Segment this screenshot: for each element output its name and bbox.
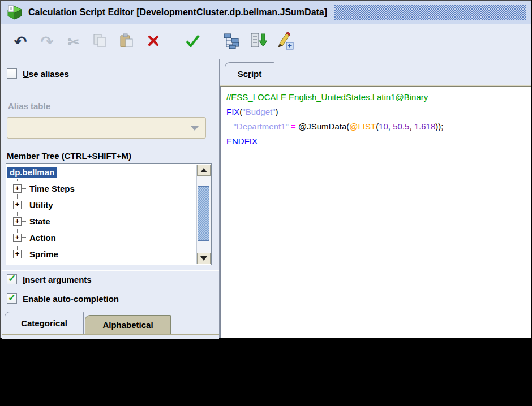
member-tree-button[interactable] [220,31,243,53]
code-line: "Department1" = @JSumData(@LIST(10, 50.5… [226,119,525,134]
toolbar-separator [173,34,173,49]
code-line: FIX("Budget") [226,105,525,119]
redo-icon: ↷ [41,34,54,50]
code-line: ENDFIX [226,134,525,149]
tree-node[interactable]: +Utility [6,197,196,213]
arrow-up-icon [200,168,207,172]
tab-categorical[interactable]: Categorical [5,312,84,334]
enable-auto-completion-label[interactable]: Enable auto-completion [23,294,119,304]
use-aliases-checkbox[interactable] [7,68,17,79]
window-title: Calculation Script Editor [DevelopmentCl… [28,7,327,18]
use-aliases-row: Use aliases [7,68,69,79]
expand-plus-icon[interactable]: + [13,217,22,226]
delete-x-icon [146,33,161,50]
tree-dash [22,205,27,205]
tree-node[interactable]: +Time Steps [6,180,196,197]
alias-table-label: Alias table [8,101,50,111]
tree-hierarchy-icon [223,32,240,51]
pencil-plus-icon [275,31,294,53]
copy-button[interactable] [89,31,111,53]
tree-node[interactable]: +State [6,213,196,230]
use-aliases-label[interactable]: Use aliases [23,69,69,79]
dropdown-arrow-icon [191,126,199,131]
insert-arguments-label[interactable]: Insert arguments [23,275,92,284]
insert-arguments-checkbox[interactable]: ✓ [7,274,17,284]
expand-plus-icon[interactable]: + [13,201,22,209]
function-tabs: Categorical Alphabetical [5,312,171,334]
validate-button[interactable] [181,31,204,53]
checkmark-icon [184,33,201,51]
tree-node-label: Time Steps [29,184,75,193]
redo-button[interactable]: ↷ [36,31,58,53]
insert-member-button[interactable] [247,31,269,53]
tree-node-label: State [29,217,50,226]
script-code: //ESS_LOCALE English_UnitedStates.Latin1… [221,87,531,152]
script-editor[interactable]: //ESS_LOCALE English_UnitedStates.Latin1… [220,86,531,338]
alias-table-select[interactable] [7,117,206,139]
paste-icon [119,33,135,51]
member-tree-label: Member Tree (CTRL+SHIFT+M) [7,151,131,161]
tree-node[interactable]: +Sprime [6,246,196,262]
edit-script-add-button[interactable] [273,31,296,53]
list-down-arrow-icon [249,32,267,51]
title-bar-pattern [334,5,526,20]
content-area: Use aliases Alias table Member Tree (CTR… [1,59,531,338]
scroll-up-button[interactable] [197,165,211,176]
tab-content-edge [2,334,219,339]
code-line: //ESS_LOCALE English_UnitedStates.Latin1… [226,90,525,105]
copy-icon [92,33,108,51]
scissors-icon: ✂ [68,35,80,49]
tree-dash [22,188,27,189]
member-tree[interactable]: dp.bellman+Time Steps+Utility+State+Acti… [6,163,212,265]
undo-button[interactable]: ↶ [9,31,32,53]
tree-dash [22,254,27,254]
paste-button[interactable] [115,31,138,53]
toolbar: ↶ ↷ ✂ [1,24,531,59]
script-panel: Script //ESS_LOCALE English_UnitedStates… [220,59,531,338]
tree-node-label: Utility [29,200,53,210]
tree-node-label: Action [29,233,56,243]
scrollbar-thumb[interactable] [198,186,209,241]
tree-node-root[interactable]: dp.bellman [7,167,57,178]
separator [2,270,219,271]
enable-auto-completion-checkbox[interactable]: ✓ [7,293,17,304]
expand-plus-icon[interactable]: + [13,184,22,193]
tree-dash [22,221,27,222]
tree-dash [22,237,27,238]
tab-alphabetical[interactable]: Alphabetical [85,315,171,334]
tree-node-label: Sprime [29,249,58,259]
essbase-cube-icon [6,5,24,20]
expand-plus-icon[interactable]: + [13,234,22,242]
member-tree-scrollbar[interactable] [196,165,211,264]
expand-plus-icon[interactable]: + [13,250,22,258]
scroll-down-button[interactable] [197,253,211,264]
delete-button[interactable] [142,31,165,53]
member-tree-rows: dp.bellman+Time Steps+Utility+State+Acti… [6,164,196,265]
tab-script[interactable]: Script [225,62,274,85]
insert-arguments-row: ✓ Insert arguments [7,274,92,284]
cut-button[interactable]: ✂ [62,31,85,53]
enable-auto-completion-row: ✓ Enable auto-completion [7,293,119,304]
calculation-script-editor-window: Calculation Script Editor [DevelopmentCl… [0,0,531,338]
arrow-down-icon [200,256,207,261]
tree-node[interactable]: +Action [6,230,196,246]
undo-icon: ↶ [14,34,27,50]
title-bar[interactable]: Calculation Script Editor [DevelopmentCl… [1,1,531,24]
left-panel: Use aliases Alias table Member Tree (CTR… [2,59,220,338]
